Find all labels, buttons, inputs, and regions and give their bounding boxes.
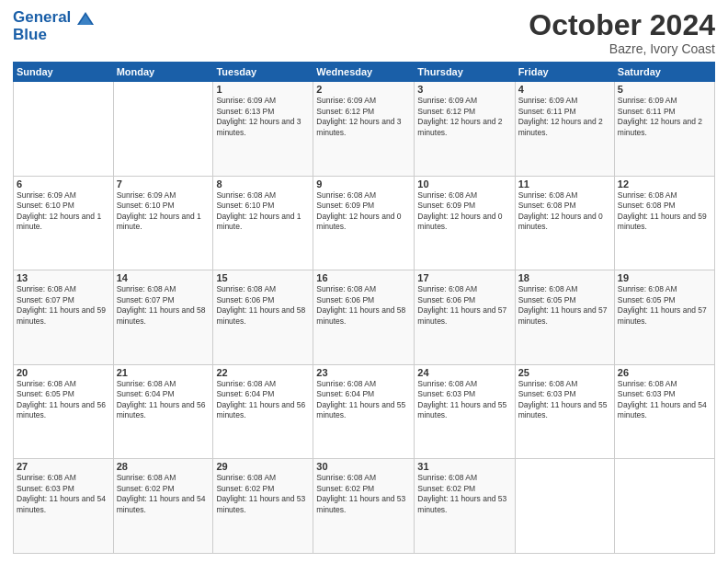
logo-text: General Blue (13, 9, 96, 43)
day-info: Sunrise: 6:08 AMSunset: 6:03 PMDaylight:… (618, 379, 711, 421)
col-header-tuesday: Tuesday (213, 63, 313, 82)
day-number: 5 (618, 84, 711, 95)
day-cell: 20Sunrise: 6:08 AMSunset: 6:05 PMDayligh… (14, 364, 114, 459)
day-cell: 29Sunrise: 6:08 AMSunset: 6:02 PMDayligh… (213, 459, 313, 554)
day-cell: 6Sunrise: 6:09 AMSunset: 6:10 PMDaylight… (14, 176, 114, 270)
day-number: 1 (216, 84, 310, 95)
day-number: 3 (417, 84, 511, 95)
day-number: 7 (117, 178, 210, 190)
day-cell (515, 459, 614, 554)
day-number: 12 (618, 178, 711, 190)
day-cell: 28Sunrise: 6:08 AMSunset: 6:02 PMDayligh… (113, 459, 213, 554)
day-cell: 21Sunrise: 6:08 AMSunset: 6:04 PMDayligh… (113, 364, 213, 459)
day-number: 25 (518, 367, 611, 378)
day-info: Sunrise: 6:08 AMSunset: 6:06 PMDaylight:… (316, 284, 411, 327)
day-number: 9 (316, 178, 411, 190)
day-info: Sunrise: 6:09 AMSunset: 6:12 PMDaylight:… (316, 96, 411, 138)
day-cell: 31Sunrise: 6:08 AMSunset: 6:02 PMDayligh… (415, 459, 515, 554)
header: General Blue October 2024 Bazre, Ivory C… (13, 9, 715, 56)
day-cell: 11Sunrise: 6:08 AMSunset: 6:08 PMDayligh… (515, 176, 614, 270)
day-info: Sunrise: 6:09 AMSunset: 6:10 PMDaylight:… (17, 190, 110, 233)
day-number: 15 (216, 272, 310, 283)
day-info: Sunrise: 6:08 AMSunset: 6:04 PMDaylight:… (117, 379, 210, 421)
day-cell: 17Sunrise: 6:08 AMSunset: 6:06 PMDayligh… (415, 270, 515, 365)
calendar-table: SundayMondayTuesdayWednesdayThursdayFrid… (13, 62, 715, 554)
day-cell: 22Sunrise: 6:08 AMSunset: 6:04 PMDayligh… (213, 364, 313, 459)
day-info: Sunrise: 6:08 AMSunset: 6:02 PMDaylight:… (216, 473, 310, 515)
day-cell: 24Sunrise: 6:08 AMSunset: 6:03 PMDayligh… (415, 364, 515, 459)
week-row-3: 13Sunrise: 6:08 AMSunset: 6:07 PMDayligh… (14, 270, 715, 365)
col-header-monday: Monday (113, 63, 213, 82)
day-number: 16 (316, 272, 411, 283)
day-number: 29 (216, 461, 310, 472)
day-info: Sunrise: 6:08 AMSunset: 6:05 PMDaylight:… (17, 379, 110, 421)
day-info: Sunrise: 6:08 AMSunset: 6:05 PMDaylight:… (518, 284, 611, 327)
day-cell: 12Sunrise: 6:08 AMSunset: 6:08 PMDayligh… (614, 176, 714, 270)
day-cell: 14Sunrise: 6:08 AMSunset: 6:07 PMDayligh… (113, 270, 213, 365)
day-info: Sunrise: 6:09 AMSunset: 6:12 PMDaylight:… (417, 96, 511, 138)
title-block: October 2024 Bazre, Ivory Coast (529, 9, 715, 56)
day-number: 2 (316, 84, 411, 95)
day-number: 22 (216, 367, 310, 378)
day-info: Sunrise: 6:08 AMSunset: 6:06 PMDaylight:… (417, 284, 511, 327)
day-number: 28 (117, 461, 210, 472)
day-cell: 5Sunrise: 6:09 AMSunset: 6:11 PMDaylight… (614, 82, 714, 177)
day-info: Sunrise: 6:08 AMSunset: 6:08 PMDaylight:… (518, 190, 611, 233)
day-info: Sunrise: 6:09 AMSunset: 6:11 PMDaylight:… (618, 96, 711, 138)
day-number: 27 (17, 461, 110, 472)
day-number: 23 (316, 367, 411, 378)
day-cell: 1Sunrise: 6:09 AMSunset: 6:13 PMDaylight… (213, 82, 313, 177)
day-number: 6 (17, 178, 110, 190)
week-row-1: 1Sunrise: 6:09 AMSunset: 6:13 PMDaylight… (14, 82, 715, 177)
col-header-thursday: Thursday (415, 63, 515, 82)
day-cell: 9Sunrise: 6:08 AMSunset: 6:09 PMDaylight… (313, 176, 415, 270)
day-cell (614, 459, 714, 554)
logo-blue: Blue (13, 27, 96, 44)
location-subtitle: Bazre, Ivory Coast (529, 41, 715, 56)
day-number: 11 (518, 178, 611, 190)
day-info: Sunrise: 6:09 AMSunset: 6:13 PMDaylight:… (216, 96, 310, 138)
header-row: SundayMondayTuesdayWednesdayThursdayFrid… (14, 63, 715, 82)
col-header-friday: Friday (515, 63, 614, 82)
day-number: 17 (417, 272, 511, 283)
day-cell (14, 82, 114, 177)
day-info: Sunrise: 6:08 AMSunset: 6:06 PMDaylight:… (216, 284, 310, 327)
day-cell: 10Sunrise: 6:08 AMSunset: 6:09 PMDayligh… (415, 176, 515, 270)
day-number: 30 (316, 461, 411, 472)
day-info: Sunrise: 6:09 AMSunset: 6:11 PMDaylight:… (518, 96, 611, 138)
month-title: October 2024 (529, 9, 715, 41)
col-header-wednesday: Wednesday (313, 63, 415, 82)
week-row-4: 20Sunrise: 6:08 AMSunset: 6:05 PMDayligh… (14, 364, 715, 459)
day-info: Sunrise: 6:08 AMSunset: 6:02 PMDaylight:… (316, 473, 411, 515)
day-info: Sunrise: 6:08 AMSunset: 6:02 PMDaylight:… (417, 473, 511, 515)
day-cell: 2Sunrise: 6:09 AMSunset: 6:12 PMDaylight… (313, 82, 415, 177)
day-number: 26 (618, 367, 711, 378)
day-cell: 19Sunrise: 6:08 AMSunset: 6:05 PMDayligh… (614, 270, 714, 365)
day-cell: 7Sunrise: 6:09 AMSunset: 6:10 PMDaylight… (113, 176, 213, 270)
col-header-sunday: Sunday (14, 63, 114, 82)
day-cell: 3Sunrise: 6:09 AMSunset: 6:12 PMDaylight… (415, 82, 515, 177)
day-info: Sunrise: 6:08 AMSunset: 6:03 PMDaylight:… (417, 379, 511, 421)
day-cell: 8Sunrise: 6:08 AMSunset: 6:10 PMDaylight… (213, 176, 313, 270)
week-row-2: 6Sunrise: 6:09 AMSunset: 6:10 PMDaylight… (14, 176, 715, 270)
day-info: Sunrise: 6:08 AMSunset: 6:05 PMDaylight:… (618, 284, 711, 327)
day-info: Sunrise: 6:08 AMSunset: 6:08 PMDaylight:… (618, 190, 711, 233)
day-number: 19 (618, 272, 711, 283)
day-cell: 16Sunrise: 6:08 AMSunset: 6:06 PMDayligh… (313, 270, 415, 365)
day-number: 10 (417, 178, 511, 190)
day-number: 20 (17, 367, 110, 378)
day-number: 31 (417, 461, 511, 472)
col-header-saturday: Saturday (614, 63, 714, 82)
day-cell: 15Sunrise: 6:08 AMSunset: 6:06 PMDayligh… (213, 270, 313, 365)
day-cell: 13Sunrise: 6:08 AMSunset: 6:07 PMDayligh… (14, 270, 114, 365)
day-info: Sunrise: 6:08 AMSunset: 6:09 PMDaylight:… (417, 190, 511, 233)
day-cell: 27Sunrise: 6:08 AMSunset: 6:03 PMDayligh… (14, 459, 114, 554)
day-cell: 18Sunrise: 6:08 AMSunset: 6:05 PMDayligh… (515, 270, 614, 365)
day-info: Sunrise: 6:08 AMSunset: 6:04 PMDaylight:… (216, 379, 310, 421)
day-info: Sunrise: 6:08 AMSunset: 6:07 PMDaylight:… (117, 284, 210, 327)
day-cell (113, 82, 213, 177)
day-info: Sunrise: 6:08 AMSunset: 6:02 PMDaylight:… (117, 473, 210, 515)
day-number: 13 (17, 272, 110, 283)
day-info: Sunrise: 6:08 AMSunset: 6:09 PMDaylight:… (316, 190, 411, 233)
day-info: Sunrise: 6:09 AMSunset: 6:10 PMDaylight:… (117, 190, 210, 233)
